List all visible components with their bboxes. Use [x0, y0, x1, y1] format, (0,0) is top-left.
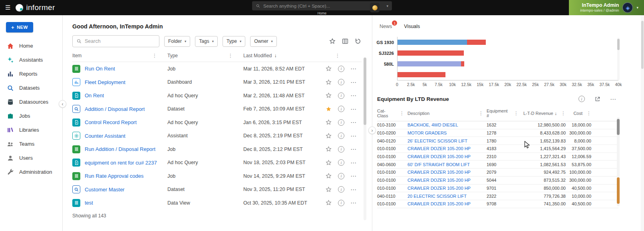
info-icon[interactable]: i [338, 200, 344, 206]
column-last-modified[interactable]: Last Modified [243, 53, 272, 58]
favorite-star-icon[interactable] [325, 173, 332, 179]
table-row[interactable]: Customer Master Dataset Nov 3, 2025, 11:… [72, 183, 362, 197]
item-name-link[interactable]: Run On Rent [85, 66, 115, 72]
sort-desc-icon[interactable]: ↓ [274, 53, 276, 58]
avatar[interactable]: ◈ [622, 2, 633, 13]
layout-columns-icon[interactable] [342, 38, 349, 45]
sidebar-item-users[interactable]: Users [0, 151, 62, 165]
open-in-new-icon[interactable] [594, 96, 600, 102]
row-menu-icon[interactable]: ⋯ [350, 187, 356, 193]
favorite-star-icon[interactable] [325, 106, 332, 112]
row-menu-icon[interactable]: ⋯ [350, 133, 356, 139]
table-row[interactable]: Run Addition / Disposal Report Job Dec 8… [72, 143, 362, 156]
chart-bar-back[interactable] [398, 72, 445, 77]
item-name-link[interactable]: equipment on rent for cu# 2237 [85, 160, 157, 166]
equipment-column-description[interactable]: Description ↓ ⋮ [407, 108, 487, 118]
favorite-star-icon[interactable] [325, 199, 332, 206]
item-name-link[interactable]: Addition / Disposal Report [85, 106, 145, 112]
favorite-star-icon[interactable] [325, 159, 332, 166]
row-menu-icon[interactable]: ⋯ [350, 66, 356, 72]
equipment-description-link[interactable]: CRAWLER DOZER 105-200 HP [407, 186, 487, 191]
user-menu-chevron-icon[interactable]: ▾ [636, 6, 638, 10]
favorites-filter-icon[interactable] [329, 38, 336, 45]
user-panel[interactable]: InTempo Admin intempo-sales / @admin ◈ ▾ [569, 0, 644, 15]
equipment-description-link[interactable]: MOTOR GRADERS [407, 131, 487, 135]
info-icon[interactable]: i [338, 133, 344, 139]
panel-expand-icon[interactable]: › [368, 127, 376, 134]
page-scrollbar-thumb[interactable] [641, 21, 644, 69]
row-menu-icon[interactable]: ⋯ [350, 92, 356, 98]
row-menu-icon[interactable]: ⋯ [350, 173, 356, 179]
sidebar-item-datasources[interactable]: Datasources [0, 95, 62, 109]
row-menu-icon[interactable]: ⋯ [350, 106, 356, 112]
favorite-star-icon[interactable] [325, 65, 332, 72]
item-name-link[interactable]: test [85, 200, 93, 206]
filter-owner[interactable]: Owner ▾ [250, 36, 277, 47]
row-menu-icon[interactable]: ⋯ [350, 79, 356, 85]
item-name-link[interactable]: Fleet Deployment [85, 79, 125, 85]
equipment-description-link[interactable]: 60' D/F STRAIGHT BOOM LIFT [407, 162, 487, 167]
equipment-column-l-t-d-revenue[interactable]: L-T-D Revenue ↓ ⋮ [522, 108, 569, 118]
sidebar-item-home[interactable]: Home [0, 39, 62, 53]
info-icon[interactable]: i [338, 146, 344, 153]
info-icon[interactable]: i [338, 119, 344, 126]
filter-tags[interactable]: Tags ▾ [195, 36, 218, 47]
column-item[interactable]: Item [72, 53, 81, 58]
equipment-row[interactable]: 040-0120 26' ELECTRIC SCISSOR LIFT 1780 … [377, 137, 618, 145]
list-search[interactable] [72, 35, 159, 47]
item-name-link[interactable]: Control Record Report [85, 119, 137, 125]
tab-visuals[interactable]: Visuals [404, 24, 420, 31]
column-menu-icon[interactable]: ⋮ [478, 110, 484, 116]
table-row[interactable]: Counter Assistant Assistant Dec 8, 2025,… [72, 129, 362, 143]
favorite-star-icon[interactable] [325, 119, 332, 126]
equipment-description-link[interactable]: BACKHOE, 4WD DIESEL [407, 123, 487, 127]
column-menu-icon[interactable]: ⋮ [513, 110, 519, 116]
equipment-column-equipment-[interactable]: Equipment # ↓ ⋮ [487, 108, 522, 118]
filter-type[interactable]: Type ▾ [223, 36, 245, 47]
item-name-link[interactable]: Counter Assistant [85, 133, 125, 139]
item-name-link[interactable]: Customer Master [85, 187, 125, 193]
info-icon[interactable]: i [338, 173, 344, 179]
list-scrollbar-thumb[interactable] [364, 58, 366, 125]
refresh-icon[interactable] [354, 38, 362, 45]
info-icon[interactable]: i [338, 92, 344, 99]
column-menu-icon[interactable]: ⋮ [334, 53, 341, 58]
equipment-scrollbar-thumb[interactable] [617, 119, 620, 135]
equipment-row[interactable]: 010-0100 CRAWLER DOZER 105-200 HP 2079 9… [377, 169, 618, 177]
info-icon[interactable]: i [578, 96, 585, 102]
info-icon[interactable]: i [338, 186, 344, 193]
sidebar-item-reports[interactable]: Reports [0, 67, 62, 81]
equipment-row[interactable]: 010-3100 BACKHOE, 4WD DIESEL 1632 12,980… [377, 121, 618, 129]
table-row[interactable]: Fleet Deployment Dashboard Mar 3, 2026, … [72, 76, 362, 89]
sidebar-item-teams[interactable]: Teams [0, 137, 62, 151]
equipment-scrollbar-highlight[interactable] [617, 177, 620, 204]
item-name-link[interactable]: On Rent [85, 92, 104, 98]
equipment-description-link[interactable]: CRAWLER DOZER 105-200 HP [407, 170, 487, 175]
equipment-row[interactable]: 010-0100 CRAWLER DOZER 105-200 HP 5044 8… [377, 177, 618, 185]
equipment-row[interactable]: 040-0110 20 ELECTRIC SCISSOR LIFT 2322 7… [377, 192, 618, 200]
equipment-row[interactable]: 040-0600 60' D/F STRAIGHT BOOM LIFT 1690… [377, 161, 618, 169]
equipment-row[interactable]: 010-0100 CRAWLER DOZER 105-200 HP 9701 8… [377, 185, 618, 193]
item-name-link[interactable]: Run Addition / Disposal Report [85, 146, 155, 152]
chart-bar-front[interactable] [398, 61, 461, 66]
table-row[interactable]: test Data View Oct 30, 2025, 10:35 AM ED… [72, 196, 362, 210]
equipment-row[interactable]: 010-0100 CRAWLER DOZER 105-200 HP 9708 7… [377, 200, 618, 208]
sidebar-item-libraries[interactable]: Libraries [0, 123, 62, 137]
sidebar-item-administration[interactable]: Administration [0, 165, 62, 179]
tab-news[interactable]: News 1 [380, 24, 392, 31]
item-name-link[interactable]: Run Rate Approval codes [85, 173, 143, 179]
chart-bar-back[interactable] [398, 50, 464, 56]
equipment-description-link[interactable]: CRAWLER DOZER 105-200 HP [407, 178, 487, 183]
equipment-row[interactable]: 010-0200 MOTOR GRADERS 1278 8,433,628.00… [377, 129, 618, 137]
equipment-scrollbar[interactable] [617, 117, 620, 206]
equipment-description-link[interactable]: 26' ELECTRIC SCISSOR LIFT [407, 139, 487, 143]
column-menu-icon[interactable]: ⋮ [586, 110, 592, 116]
hamburger-menu-icon[interactable]: ☰ [0, 4, 16, 11]
row-menu-icon[interactable]: ⋯ [350, 160, 356, 166]
table-row[interactable]: Addition / Disposal Report Dataset Feb 7… [72, 102, 362, 116]
equipment-row[interactable]: 010-0100 CRAWLER DOZER 105-200 HP 2310 1… [377, 153, 618, 161]
info-icon[interactable]: i [338, 66, 344, 72]
filter-folder[interactable]: Folder ▾ [164, 36, 190, 47]
equipment-description-link[interactable]: 20 ELECTRIC SCISSOR LIFT [407, 194, 487, 199]
chart-scrollbar[interactable] [617, 38, 620, 80]
